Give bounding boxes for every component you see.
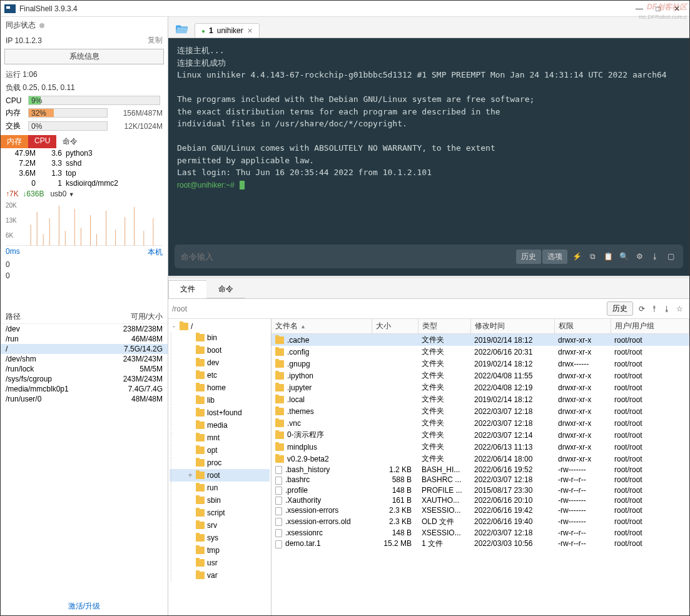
col-own[interactable]: 用户/用户组 [611, 319, 689, 334]
minimize-button[interactable]: — [631, 3, 648, 15]
path-row[interactable]: /7.5G/14.2G [1, 344, 168, 354]
command-input[interactable] [181, 252, 516, 261]
tree-node[interactable]: etc [170, 369, 270, 381]
options-button[interactable]: 选项 [542, 250, 567, 264]
path-row[interactable]: /run46M/48M [1, 334, 168, 344]
fm-tabs: 文件 命令 [168, 278, 689, 299]
file-row[interactable]: .local文件夹2019/02/14 18:12drwxr-xr-xroot/… [271, 393, 689, 405]
tab-commands[interactable]: 命令 [206, 280, 245, 298]
tree-node[interactable]: media [170, 419, 270, 432]
window-title: FinalShell 3.9.3.4 [19, 4, 631, 13]
fullscreen-icon[interactable]: ▢ [664, 250, 677, 263]
path-row[interactable]: /run/lock5M/5M [1, 364, 168, 374]
tree-node[interactable]: sys [170, 532, 270, 544]
path-row[interactable]: /sys/fs/cgroup243M/243M [1, 374, 168, 384]
col-size[interactable]: 大小 [372, 319, 418, 334]
file-row[interactable]: .bash_history1.2 KBBASH_HI...2022/06/16 … [271, 465, 689, 475]
file-row[interactable]: .ipython文件夹2022/04/08 11:55drwxr-xr-xroo… [271, 370, 689, 381]
download-file-icon[interactable]: ⭳ [661, 305, 673, 313]
upload-icon[interactable]: ⭱ [648, 305, 661, 313]
col-perm[interactable]: 权限 [554, 319, 611, 334]
sync-status: 同步状态 [1, 17, 168, 34]
tree-node[interactable]: proc [170, 457, 270, 469]
tree-node[interactable]: home [170, 381, 270, 394]
file-row[interactable]: 0-演示程序文件夹2022/03/07 12:14drwxr-xr-xroot/… [271, 429, 689, 441]
tree-node[interactable]: lost+found [170, 406, 270, 419]
tree-node[interactable]: +root [170, 469, 270, 482]
open-folder-icon[interactable] [172, 20, 192, 38]
net-chart: 20K 13K 6K [6, 199, 163, 246]
file-row[interactable]: .themes文件夹2022/03/07 12:18drwxr-xr-xroot… [271, 405, 689, 417]
path-row[interactable]: /media/mmcblk0p17.4G/7.4G [1, 384, 168, 394]
settings-icon[interactable]: ⚙ [633, 250, 646, 263]
current-path[interactable]: /root [172, 305, 607, 313]
tab-cmd[interactable]: 命令 [56, 135, 84, 148]
process-row[interactable]: 3.6M1.3top [1, 168, 168, 178]
tab-files[interactable]: 文件 [168, 280, 207, 298]
file-row[interactable]: .vnc文件夹2022/03/07 12:18drwxr-xr-xroot/ro… [271, 417, 689, 429]
copy-button[interactable]: 复制 [148, 35, 163, 46]
process-row[interactable]: 47.9M3.6python3 [1, 148, 168, 158]
file-row[interactable]: v0.2.9-beta2文件夹2022/06/14 18:00drwxr-xr-… [271, 453, 689, 465]
tree-root[interactable]: -/ [170, 321, 270, 331]
history-button[interactable]: 历史 [516, 250, 541, 264]
tree-node[interactable]: usr [170, 557, 270, 569]
tree-node[interactable]: opt [170, 444, 270, 457]
close-button[interactable]: ✕ [668, 3, 686, 15]
file-list[interactable]: 文件名▲ 大小 类型 修改时间 权限 用户/用户组 .cache文件夹2019/… [271, 319, 689, 615]
tab-close-icon[interactable]: ✕ [247, 27, 253, 35]
col-mtime[interactable]: 修改时间 [470, 319, 554, 334]
paste-icon[interactable]: 📋 [602, 250, 614, 263]
session-tab-label: unihiker [217, 26, 243, 35]
terminal[interactable]: 连接主机... 连接主机成功 Linux unihiker 4.4.143-67… [168, 38, 689, 245]
file-row[interactable]: .bashrc588 BBASHRC ...2022/03/07 12:18-r… [271, 475, 689, 485]
process-row[interactable]: 7.2M3.3sshd [1, 158, 168, 168]
path-bar: /root 历史 ⟳ ⭱ ⭳ ☆ [168, 299, 689, 319]
maximize-button[interactable]: □ [649, 3, 667, 15]
col-name[interactable]: 文件名▲ [271, 319, 372, 334]
folder-tree[interactable]: -/ binbootdevetchomeliblost+foundmediamn… [168, 319, 271, 615]
tree-node[interactable]: var [170, 569, 270, 582]
path-row[interactable]: /run/user/048M/48M [1, 394, 168, 404]
bolt-icon[interactable]: ⚡ [571, 250, 583, 263]
search-icon[interactable]: 🔍 [617, 250, 630, 263]
file-row[interactable]: .cache文件夹2019/02/14 18:12drwxr-xr-xroot/… [271, 334, 689, 346]
file-row[interactable]: mindplus文件夹2022/06/13 11:13drwxr-xr-xroo… [271, 441, 689, 453]
tree-node[interactable]: dev [170, 356, 270, 369]
path-row[interactable]: /dev/shm243M/243M [1, 354, 168, 364]
tab-cpu[interactable]: CPU [28, 135, 56, 148]
tree-node[interactable]: sbin [170, 494, 270, 507]
tree-node[interactable]: boot [170, 344, 270, 356]
file-row[interactable]: .gnupg文件夹2019/02/14 18:12drwx------root/… [271, 358, 689, 370]
tree-node[interactable]: tmp [170, 544, 270, 557]
session-tab[interactable]: ● 1 unihiker ✕ [195, 23, 260, 38]
path-row[interactable]: /dev238M/238M [1, 324, 168, 334]
process-row[interactable]: 01ksdioirqd/mmc2 [1, 178, 168, 188]
tree-node[interactable]: run [170, 482, 270, 494]
activate-link[interactable]: 激活/升级 [1, 597, 168, 615]
download-icon[interactable]: ⭳ [649, 250, 661, 263]
file-row[interactable]: .config文件夹2022/06/16 20:31drwxr-xr-xroot… [271, 346, 689, 358]
file-row[interactable]: .xsessionrc148 BXSESSIO...2022/03/07 12:… [271, 528, 689, 538]
bookmark-icon[interactable]: ☆ [673, 305, 686, 313]
tree-node[interactable]: lib [170, 394, 270, 406]
ping-row: 0ms本机 [1, 246, 168, 259]
file-row[interactable]: .profile148 BPROFILE ...2015/08/17 23:30… [271, 485, 689, 495]
command-bar: 历史 选项 ⚡ ⧉ 📋 🔍 ⚙ ⭳ ▢ [175, 245, 683, 268]
refresh-icon[interactable]: ⟳ [636, 305, 648, 313]
tree-node[interactable]: script [170, 507, 270, 519]
system-info-button[interactable]: 系统信息 [4, 49, 164, 64]
copy-icon[interactable]: ⧉ [586, 250, 599, 263]
tab-mem[interactable]: 内存 [1, 135, 28, 148]
file-row[interactable]: .Xauthority161 BXAUTHO...2022/06/16 20:1… [271, 495, 689, 505]
uptime: 运行 1:06 [1, 68, 168, 81]
file-row[interactable]: .xsession-errors.old2.3 KBOLD 文件2022/06/… [271, 516, 689, 528]
file-row[interactable]: .xsession-errors2.3 KBXSESSIO...2022/06/… [271, 505, 689, 515]
tree-node[interactable]: mnt [170, 432, 270, 444]
file-row[interactable]: .jupyter文件夹2022/04/08 12:19drwxr-xr-xroo… [271, 381, 689, 393]
tree-node[interactable]: srv [170, 519, 270, 532]
file-row[interactable]: demo.tar.115.2 MB1 文件2022/03/03 10:56-rw… [271, 538, 689, 550]
tree-node[interactable]: bin [170, 331, 270, 344]
col-type[interactable]: 类型 [418, 319, 470, 334]
fm-history-button[interactable]: 历史 [607, 301, 633, 316]
